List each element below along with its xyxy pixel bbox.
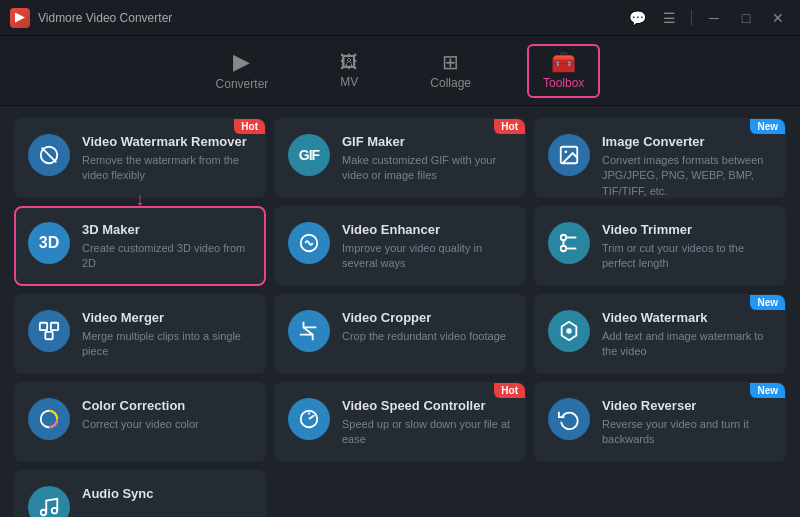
- tool-info-3d-maker: 3D Maker Create customized 3D video from…: [82, 222, 252, 272]
- badge-video-reverser: New: [750, 383, 785, 398]
- tool-name-video-reverser: Video Reverser: [602, 398, 772, 413]
- tool-info-video-merger: Video Merger Merge multiple clips into a…: [82, 310, 252, 360]
- titlebar: Vidmore Video Converter 💬 ☰ ─ □ ✕: [0, 0, 800, 36]
- mv-icon: 🖼: [340, 53, 358, 71]
- tool-card-audio-sync[interactable]: Audio Sync: [14, 470, 266, 517]
- tool-card-video-merger[interactable]: Video Merger Merge multiple clips into a…: [14, 294, 266, 374]
- tool-icon-color-correction: [28, 398, 70, 440]
- tool-desc-video-watermark-remover: Remove the watermark from the video flex…: [82, 153, 252, 184]
- svg-line-1: [42, 148, 57, 163]
- tool-name-audio-sync: Audio Sync: [82, 486, 252, 501]
- titlebar-left: Vidmore Video Converter: [10, 8, 172, 28]
- tool-card-video-enhancer[interactable]: Video Enhancer Improve your video qualit…: [274, 206, 526, 286]
- tool-info-image-converter: Image Converter Convert images formats b…: [602, 134, 772, 199]
- tool-name-video-trimmer: Video Trimmer: [602, 222, 772, 237]
- maximize-button[interactable]: □: [734, 6, 758, 30]
- tool-desc-video-cropper: Crop the redundant video footage: [342, 329, 512, 344]
- toolbox-icon: 🧰: [551, 52, 576, 72]
- tab-converter[interactable]: ▶ Converter: [200, 43, 285, 99]
- badge-gif-maker: Hot: [494, 119, 525, 134]
- tool-card-3d-maker[interactable]: 3D 3D Maker Create customized 3D video f…: [14, 206, 266, 286]
- svg-point-5: [561, 235, 567, 241]
- tool-icon-video-enhancer: [288, 222, 330, 264]
- tool-icon-video-merger: [28, 310, 70, 352]
- tool-info-audio-sync: Audio Sync: [82, 486, 252, 505]
- svg-point-6: [561, 246, 567, 252]
- tool-name-color-correction: Color Correction: [82, 398, 252, 413]
- tool-desc-color-correction: Correct your video color: [82, 417, 252, 432]
- tool-desc-video-reverser: Reverse your video and turn it backwards: [602, 417, 772, 448]
- tool-icon-3d-maker: 3D: [28, 222, 70, 264]
- tool-icon-gif-maker: GIF: [288, 134, 330, 176]
- tool-name-video-enhancer: Video Enhancer: [342, 222, 512, 237]
- tool-card-video-cropper[interactable]: Video Cropper Crop the redundant video f…: [274, 294, 526, 374]
- svg-line-17: [309, 415, 315, 419]
- tool-desc-image-converter: Convert images formats between JPG/JPEG,…: [602, 153, 772, 199]
- svg-point-3: [564, 150, 567, 153]
- tool-desc-3d-maker: Create customized 3D video from 2D: [82, 241, 252, 272]
- tool-name-video-merger: Video Merger: [82, 310, 252, 325]
- svg-rect-10: [40, 323, 47, 330]
- svg-point-19: [41, 510, 47, 516]
- tab-mv-label: MV: [340, 75, 358, 89]
- tool-info-color-correction: Color Correction Correct your video colo…: [82, 398, 252, 432]
- badge-image-converter: New: [750, 119, 785, 134]
- tool-name-3d-maker: 3D Maker: [82, 222, 252, 237]
- svg-line-13: [304, 327, 313, 334]
- tool-card-gif-maker[interactable]: Hot GIF GIF Maker Make customized GIF wi…: [274, 118, 526, 198]
- tool-card-video-watermark[interactable]: New Video Watermark Add text and image w…: [534, 294, 786, 374]
- titlebar-controls: 💬 ☰ ─ □ ✕: [625, 6, 790, 30]
- tool-info-video-trimmer: Video Trimmer Trim or cut your videos to…: [602, 222, 772, 272]
- menu-button[interactable]: ☰: [657, 6, 681, 30]
- tab-collage[interactable]: ⊞ Collage: [414, 44, 487, 98]
- chat-button[interactable]: 💬: [625, 6, 649, 30]
- tool-info-gif-maker: GIF Maker Make customized GIF with your …: [342, 134, 512, 184]
- tool-info-video-reverser: Video Reverser Reverse your video and tu…: [602, 398, 772, 448]
- tool-info-video-speed-controller: Video Speed Controller Speed up or slow …: [342, 398, 512, 448]
- titlebar-divider: [691, 10, 692, 26]
- tool-name-video-cropper: Video Cropper: [342, 310, 512, 325]
- tool-icon-video-speed-controller: [288, 398, 330, 440]
- svg-point-14: [566, 328, 572, 334]
- badge-video-watermark-remover: Hot: [234, 119, 265, 134]
- tab-collage-label: Collage: [430, 76, 471, 90]
- tool-desc-video-enhancer: Improve your video quality in several wa…: [342, 241, 512, 272]
- tab-toolbox[interactable]: 🧰 Toolbox: [527, 44, 600, 98]
- app-title: Vidmore Video Converter: [38, 11, 172, 25]
- tool-card-image-converter[interactable]: New Image Converter Convert images forma…: [534, 118, 786, 198]
- svg-rect-12: [45, 332, 52, 339]
- tool-icon-audio-sync: [28, 486, 70, 517]
- tool-card-video-watermark-remover[interactable]: Hot Video Watermark Remover Remove the w…: [14, 118, 266, 198]
- tab-mv[interactable]: 🖼 MV: [324, 45, 374, 97]
- tool-name-video-watermark-remover: Video Watermark Remover: [82, 134, 252, 149]
- badge-video-watermark: New: [750, 295, 785, 310]
- tool-icon-video-reverser: [548, 398, 590, 440]
- tool-card-video-speed-controller[interactable]: Hot Video Speed Controller Speed up or s…: [274, 382, 526, 462]
- tool-name-video-watermark: Video Watermark: [602, 310, 772, 325]
- tool-icon-video-watermark-remover: [28, 134, 70, 176]
- tool-desc-video-trimmer: Trim or cut your videos to the perfect l…: [602, 241, 772, 272]
- app-logo: [10, 8, 30, 28]
- tool-icon-video-cropper: [288, 310, 330, 352]
- tool-card-color-correction[interactable]: Color Correction Correct your video colo…: [14, 382, 266, 462]
- svg-point-20: [52, 508, 58, 514]
- tool-desc-video-speed-controller: Speed up or slow down your file at ease: [342, 417, 512, 448]
- tool-name-video-speed-controller: Video Speed Controller: [342, 398, 512, 413]
- converter-icon: ▶: [233, 51, 250, 73]
- close-button[interactable]: ✕: [766, 6, 790, 30]
- tool-icon-video-trimmer: [548, 222, 590, 264]
- tool-desc-video-merger: Merge multiple clips into a single piece: [82, 329, 252, 360]
- tool-info-video-watermark: Video Watermark Add text and image water…: [602, 310, 772, 360]
- minimize-button[interactable]: ─: [702, 6, 726, 30]
- collage-icon: ⊞: [442, 52, 459, 72]
- tool-desc-video-watermark: Add text and image watermark to the vide…: [602, 329, 772, 360]
- tab-toolbox-label: Toolbox: [543, 76, 584, 90]
- tool-card-video-trimmer[interactable]: Video Trimmer Trim or cut your videos to…: [534, 206, 786, 286]
- tool-card-video-reverser[interactable]: New Video Reverser Reverse your video an…: [534, 382, 786, 462]
- tool-name-image-converter: Image Converter: [602, 134, 772, 149]
- tool-icon-video-watermark: [548, 310, 590, 352]
- tool-desc-gif-maker: Make customized GIF with your video or i…: [342, 153, 512, 184]
- toolbox-grid: Hot Video Watermark Remover Remove the w…: [0, 106, 800, 517]
- tool-info-video-enhancer: Video Enhancer Improve your video qualit…: [342, 222, 512, 272]
- tool-info-video-watermark-remover: Video Watermark Remover Remove the water…: [82, 134, 252, 184]
